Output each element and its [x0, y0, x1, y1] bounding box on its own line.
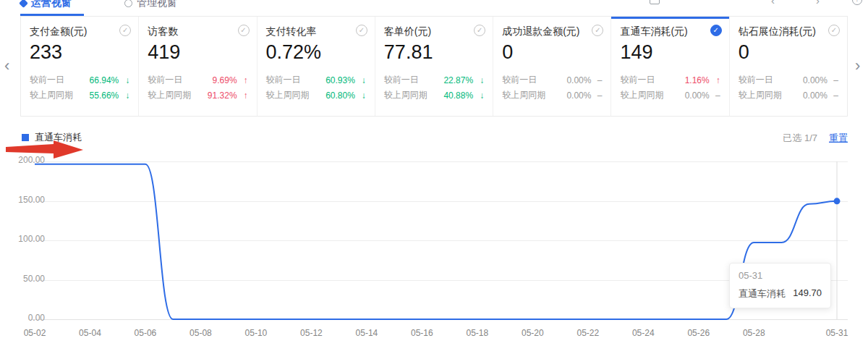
trend-up-icon: ↑	[237, 75, 248, 85]
chart-tooltip: 05-31 直通车消耗 149.70	[729, 263, 831, 308]
trend-down-icon: ↓	[119, 90, 129, 101]
comparison-label: 较前一日	[266, 74, 326, 86]
cards-prev-button[interactable]: ‹	[4, 58, 9, 74]
metric-card[interactable]: 支付转化率 ✓ 0.72% 较前一日 60.93% ↓ 较上周同期 60.80%…	[258, 17, 375, 116]
comparison-value: 9.69%	[213, 75, 237, 85]
chevron-right-icon[interactable]: ›	[816, 0, 820, 6]
x-axis-label: 05-08	[180, 328, 221, 338]
tooltip-date: 05-31	[739, 270, 822, 281]
metric-value: 0	[502, 41, 602, 64]
x-axis-label: 05-18	[457, 328, 498, 338]
x-axis-label: 05-12	[291, 328, 331, 338]
y-axis-label: 0.00	[0, 313, 45, 323]
comparison-row: 较前一日 1.16% ↑	[620, 72, 720, 88]
comparison-label: 较上周同期	[148, 89, 208, 101]
x-axis-label: 05-10	[236, 328, 276, 338]
comparison-value: 55.66%	[90, 90, 119, 101]
check-circle-icon[interactable]: ✓	[238, 25, 250, 36]
calendar-icon[interactable]	[650, 0, 660, 4]
top-tab-bar: 运营视窗 管理视窗 ‹ › ?	[0, 0, 868, 16]
reset-link[interactable]: 重置	[829, 132, 848, 145]
trend-down-icon: ↓	[355, 75, 366, 85]
metric-value: 419	[148, 41, 247, 64]
trend-chart-section: 直通车消耗 已选 1/7 重置 0.0050.00100.00150.00200…	[0, 119, 868, 354]
check-circle-icon[interactable]: ✓	[828, 25, 840, 36]
comparison-row: 较上周同期 0.00% –	[502, 88, 602, 103]
comparison-row: 较前一日 0.00% –	[502, 72, 602, 88]
comparison-value: 1.16%	[685, 75, 710, 85]
selected-count-label: 已选 1/7	[783, 132, 817, 145]
trend-flat-icon: –	[591, 90, 602, 101]
toolbar: ‹ › ?	[0, 0, 868, 12]
x-axis-label: 05-02	[14, 328, 55, 338]
metric-value: 0.72%	[266, 41, 366, 64]
check-circle-icon[interactable]: ✓	[710, 25, 722, 36]
comparison-label: 较上周同期	[502, 89, 566, 101]
comparison-row: 较前一日 9.69% ↑	[148, 72, 247, 88]
comparison-value: 0.00%	[803, 90, 827, 101]
comparison-label: 较上周同期	[620, 89, 684, 101]
metric-card[interactable]: 直通车消耗(元) ✓ 149 较前一日 1.16% ↑ 较上周同期 0.00% …	[611, 17, 729, 116]
comparison-row: 较上周同期 0.00% –	[739, 88, 838, 103]
comparison-label: 较前一日	[739, 74, 803, 86]
y-axis-label: 150.00	[0, 195, 45, 205]
comparison-value: 40.88%	[443, 90, 473, 101]
comparison-value: 66.94%	[90, 75, 119, 85]
x-axis-label: 05-24	[623, 328, 663, 338]
metric-card[interactable]: 客单价(元) ✓ 77.81 较前一日 22.87% ↓ 较上周同期 40.88…	[375, 17, 493, 116]
tooltip-series-label: 直通车消耗	[739, 287, 786, 300]
help-icon[interactable]: ?	[852, 0, 862, 5]
metric-title: 成功退款金额(元)	[502, 25, 602, 38]
gridline	[29, 201, 848, 202]
x-axis-label: 05-16	[401, 328, 442, 338]
comparison-row: 较上周同期 40.88% ↓	[384, 88, 484, 103]
check-circle-icon[interactable]: ✓	[356, 25, 367, 36]
comparison-label: 较前一日	[148, 74, 212, 86]
x-axis-label: 05-04	[69, 328, 110, 338]
gridline	[29, 280, 848, 281]
trend-down-icon: ↓	[473, 90, 484, 101]
metric-card[interactable]: 成功退款金额(元) ✓ 0 较前一日 0.00% – 较上周同期 0.00% –	[493, 17, 611, 116]
metric-value: 77.81	[384, 41, 484, 64]
comparison-value: 0.00%	[566, 90, 591, 101]
comparison-label: 较前一日	[620, 74, 684, 86]
trend-down-icon: ↓	[473, 75, 484, 85]
metric-value: 149	[620, 41, 720, 64]
comparison-value: 0.00%	[685, 90, 710, 101]
trend-flat-icon: –	[827, 90, 838, 101]
metric-title: 访客数	[148, 25, 247, 38]
trend-down-icon: ↓	[119, 75, 129, 85]
y-axis-label: 100.00	[0, 234, 45, 244]
comparison-row: 较前一日 22.87% ↓	[384, 72, 484, 88]
comparison-row: 较前一日 60.93% ↓	[266, 72, 366, 88]
metric-card[interactable]: 钻石展位消耗(元) ✓ 0 较前一日 0.00% – 较上周同期 0.00% –	[730, 17, 847, 116]
cards-next-button[interactable]: ›	[855, 58, 860, 74]
trend-up-icon: ↑	[710, 75, 720, 85]
x-axis-label: 05-26	[678, 328, 719, 338]
comparison-row: 较上周同期 91.32% ↑	[148, 88, 247, 103]
comparison-label: 较上周同期	[266, 89, 326, 101]
x-axis-label: 05-20	[512, 328, 553, 338]
x-axis-label: 05-14	[346, 328, 387, 338]
series-line	[35, 164, 837, 319]
comparison-label: 较前一日	[30, 74, 90, 86]
trend-up-icon: ↑	[237, 90, 248, 101]
comparison-row: 较前一日 0.00% –	[739, 72, 838, 88]
y-axis-label: 50.00	[0, 274, 45, 284]
comparison-label: 较前一日	[502, 74, 566, 86]
metric-card[interactable]: 支付金额(元) ✓ 233 较前一日 66.94% ↓ 较上周同期 55.66%…	[21, 17, 139, 116]
x-axis-label: 05-31	[817, 328, 857, 338]
check-circle-icon[interactable]: ✓	[474, 25, 485, 36]
metric-cards: 支付金额(元) ✓ 233 较前一日 66.94% ↓ 较上周同期 55.66%…	[20, 16, 848, 117]
metric-card[interactable]: 访客数 ✓ 419 较前一日 9.69% ↑ 较上周同期 91.32% ↑	[139, 17, 257, 116]
trend-flat-icon: –	[710, 90, 720, 101]
trend-flat-icon: –	[591, 75, 602, 85]
comparison-label: 较上周同期	[384, 89, 444, 101]
comparison-value: 91.32%	[208, 90, 237, 101]
metric-title: 支付转化率	[266, 25, 366, 38]
comparison-label: 较上周同期	[30, 89, 90, 101]
gridline	[29, 319, 848, 320]
metric-title: 支付金额(元)	[30, 25, 129, 38]
x-axis-label: 05-28	[733, 328, 774, 338]
chevron-left-icon[interactable]: ‹	[771, 0, 775, 6]
